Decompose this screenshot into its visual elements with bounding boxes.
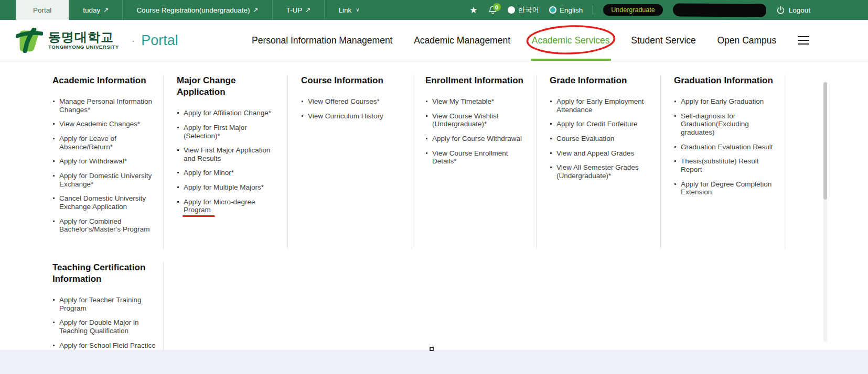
menu-section-teaching-certification-information: Teaching Certification InformationApply … — [39, 262, 164, 350]
topbar-item-portal[interactable]: Portal — [16, 0, 69, 20]
menu-item-label: Apply for Combined Bachelor's/Master's P… — [59, 217, 149, 234]
menu-item-apply-for-minor[interactable]: Apply for Minor* — [177, 169, 280, 177]
nav-item-personal-information-management[interactable]: Personal Information Management — [252, 20, 392, 61]
menu-item-view-course-wishlist-undergraduate[interactable]: View Course Wishlist (Undergraduate)* — [425, 112, 529, 128]
topbar-item-link[interactable]: Link∨ — [325, 0, 373, 20]
mega-menu: Academic InformationManage Personal Info… — [0, 61, 868, 350]
divider — [593, 5, 593, 15]
menu-item-thesis-substitute-result-report[interactable]: Thesis(substitute) Result Report — [674, 157, 777, 173]
menu-item-label: View First Major Application and Results — [184, 146, 271, 162]
menu-item-view-my-timetable[interactable]: View My Timetable* — [425, 97, 529, 106]
favorites-button[interactable]: ★ — [469, 6, 477, 15]
menu-item-view-and-appeal-grades[interactable]: View and Appeal Grades — [550, 149, 653, 158]
menu-section-graduation-information: Graduation InformationApply for Early Gr… — [661, 75, 785, 249]
menu-item-view-all-semester-grades-undergraduate[interactable]: View All Semester Grades (Undergraduate)… — [550, 163, 653, 180]
logo-korean-name: 동명대학교 — [48, 30, 119, 43]
topbar-utilities: ★ 0 한국어 English Undergraduate Logout — [459, 0, 868, 20]
menu-item-list: View Offered Courses*View Curriculum His… — [301, 97, 404, 120]
menu-item-list: View My Timetable*View Course Wishlist (… — [425, 97, 529, 166]
menu-section-title: Academic Information — [52, 75, 155, 86]
nav-item-student-service[interactable]: Student Service — [631, 20, 696, 61]
nav-item-academic-services[interactable]: Academic Services — [532, 20, 610, 61]
menu-item-apply-for-leave-of-absence-return[interactable]: Apply for Leave of Absence/Return* — [52, 135, 156, 151]
menu-item-manage-personal-information-changes[interactable]: Manage Personal Information Changes* — [52, 97, 156, 114]
star-icon: ★ — [469, 6, 477, 15]
topbar-item-t-up[interactable]: T-UP↗ — [273, 0, 325, 20]
external-link-icon: ↗ — [305, 7, 310, 13]
menu-item-view-offered-courses[interactable]: View Offered Courses* — [301, 97, 404, 106]
logout-label: Logout — [789, 6, 810, 14]
menu-section-academic-information: Academic InformationManage Personal Info… — [39, 75, 164, 249]
menu-item-label: Apply for Course Withdrawal — [432, 135, 522, 142]
university-logo[interactable]: 동명대학교 TONGMYONG UNIVERSITY · Portal — [16, 20, 178, 61]
menu-item-apply-for-school-field-practice[interactable]: Apply for School Field Practice — [52, 342, 156, 350]
menu-item-view-academic-changes[interactable]: View Academic Changes* — [52, 120, 156, 128]
external-link-icon: ↗ — [253, 7, 259, 13]
language-option-english[interactable]: English — [549, 6, 583, 14]
menu-item-view-course-enrollment-details[interactable]: View Course Enrollment Details* — [425, 149, 529, 166]
menu-item-label: View Course Enrollment Details* — [432, 149, 508, 166]
menu-item-label: View Academic Changes* — [59, 120, 140, 128]
language-option-korean[interactable]: 한국어 — [508, 5, 540, 15]
menu-item-label: View Offered Courses* — [308, 97, 380, 105]
nav-item-label: Student Service — [631, 35, 696, 46]
portal-wordmark: Portal — [141, 32, 178, 49]
nav-item-open-campus[interactable]: Open Campus — [717, 20, 776, 61]
university-logo-icon — [16, 28, 43, 53]
logo-english-name: TONGMYONG UNIVERSITY — [48, 45, 119, 50]
menu-item-apply-for-affiliation-change[interactable]: Apply for Affiliation Change* — [177, 109, 280, 117]
menu-item-apply-for-credit-forfeiture[interactable]: Apply for Credit Forfeiture — [550, 120, 653, 128]
nav-item-label: Academic Services — [532, 35, 610, 46]
menu-item-apply-for-degree-completion-extension[interactable]: Apply for Degree Completion Extension — [674, 180, 777, 196]
topbar-item-tuday[interactable]: tuday↗ — [69, 0, 122, 20]
menu-item-list: Apply for Teacher Training ProgramApply … — [52, 296, 156, 350]
logo-text: 동명대학교 TONGMYONG UNIVERSITY — [48, 30, 119, 50]
menu-item-apply-for-combined-bachelor-s-master-s-program[interactable]: Apply for Combined Bachelor's/Master's P… — [52, 217, 156, 234]
menu-item-view-first-major-application-and-results[interactable]: View First Major Application and Results — [177, 146, 280, 162]
menu-item-self-diagnosis-for-graduation-excluding-graduates[interactable]: Self-diagnosis for Graduation(Excluding … — [674, 112, 777, 137]
menu-item-list: Apply for Affiliation Change*Apply for F… — [177, 109, 280, 214]
menu-item-apply-for-teacher-training-program[interactable]: Apply for Teacher Training Program — [52, 296, 156, 312]
menu-item-label: Apply for Withdrawal* — [59, 157, 127, 165]
menu-item-label: View and Appeal Grades — [556, 149, 634, 157]
menu-item-apply-for-double-major-in-teaching-qualification[interactable]: Apply for Double Major in Teaching Quali… — [52, 318, 156, 335]
menu-button[interactable] — [798, 20, 810, 61]
menu-item-graduation-evaluation-result[interactable]: Graduation Evaluation Result — [674, 143, 777, 151]
menu-item-apply-for-domestic-university-exchange[interactable]: Apply for Domestic University Exchange* — [52, 172, 156, 188]
menu-item-list: Apply for Early Employment AttendanceApp… — [550, 97, 653, 180]
notification-count-badge: 0 — [493, 3, 501, 11]
menu-item-label: Apply for Degree Completion Extension — [681, 180, 771, 196]
menu-item-view-curriculum-history[interactable]: View Curriculum History — [301, 112, 404, 120]
mega-menu-row-2: Teaching Certification InformationApply … — [39, 262, 868, 350]
menu-item-label: View All Semester Grades (Undergraduate)… — [556, 163, 639, 180]
topbar-links: Portaltuday↗Course Registration(undergra… — [16, 0, 373, 20]
menu-item-list: Manage Personal Information Changes*View… — [52, 97, 156, 234]
menu-item-apply-for-early-graduation[interactable]: Apply for Early Graduation — [674, 97, 777, 106]
menu-item-course-evaluation[interactable]: Course Evaluation — [550, 135, 653, 143]
topbar-item-course-registration-undergraduate[interactable]: Course Registration(undergraduate)↗ — [123, 0, 272, 20]
menu-item-apply-for-course-withdrawal[interactable]: Apply for Course Withdrawal — [425, 135, 529, 143]
radio-selected-icon — [549, 6, 556, 14]
menu-item-cancel-domestic-university-exchange-application[interactable]: Cancel Domestic University Exchange Appl… — [52, 194, 156, 211]
menu-item-label: Apply for Minor* — [184, 169, 234, 177]
menu-item-apply-for-micro-degree-program[interactable]: Apply for Micro-degree Program — [177, 198, 280, 214]
role-badge: Undergraduate — [603, 4, 662, 16]
scrollbar-thumb[interactable] — [823, 82, 827, 200]
redacted-username — [673, 3, 766, 17]
menu-item-apply-for-withdrawal[interactable]: Apply for Withdrawal* — [52, 157, 156, 166]
menu-scrollbar[interactable] — [823, 81, 827, 342]
menu-item-apply-for-multiple-majors[interactable]: Apply for Multiple Majors* — [177, 183, 280, 192]
menu-item-label: View Curriculum History — [308, 112, 383, 120]
menu-section-course-information: Course InformationView Offered Courses*V… — [288, 75, 412, 249]
menu-item-label: Apply for Multiple Majors* — [184, 183, 264, 191]
menu-item-label: Self-diagnosis for Graduation(Excluding … — [681, 112, 749, 136]
topbar-item-label: T-UP — [286, 6, 303, 14]
topbar: Portaltuday↗Course Registration(undergra… — [0, 0, 868, 20]
menu-item-apply-for-early-employment-attendance[interactable]: Apply for Early Employment Attendance — [550, 97, 653, 114]
mega-menu-row-1: Academic InformationManage Personal Info… — [39, 61, 868, 249]
nav-item-academic-management[interactable]: Academic Management — [414, 20, 510, 61]
menu-item-label: Graduation Evaluation Result — [681, 143, 773, 151]
notifications-button[interactable]: 0 — [488, 5, 498, 15]
menu-item-apply-for-first-major-selection[interactable]: Apply for First Major (Selection)* — [177, 124, 280, 140]
logout-button[interactable]: Logout — [776, 6, 810, 15]
